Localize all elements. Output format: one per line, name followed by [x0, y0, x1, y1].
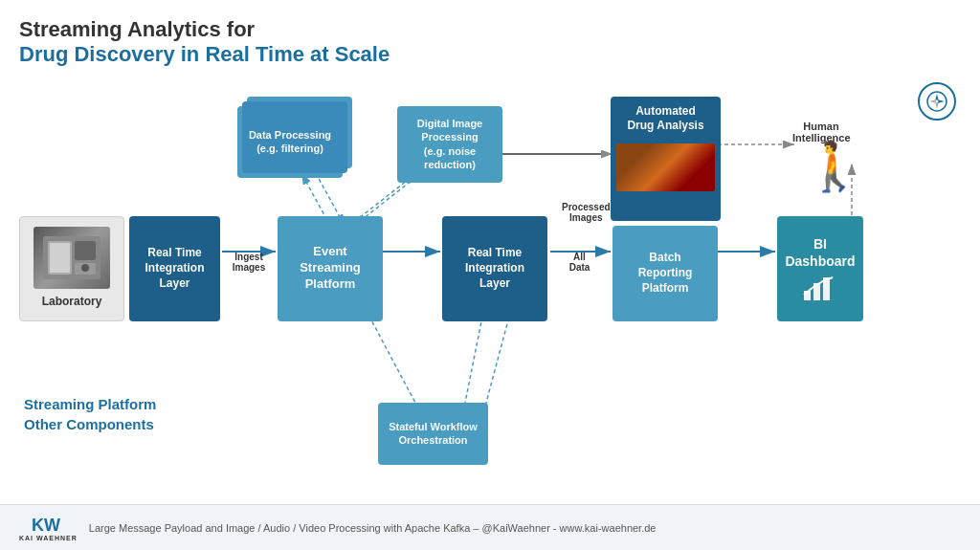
stateful-workflow-box: Stateful Workflow Orchestration: [378, 403, 488, 465]
svg-marker-22: [937, 99, 945, 103]
diagram-area: Data Processing (e.g. filtering) Digital…: [19, 77, 961, 498]
automated-drug-box: Automated Drug Analysis: [611, 97, 721, 221]
other-components-legend: Other Components: [24, 416, 156, 432]
digital-image-box: Digital Image Processing (e.g. noise red…: [397, 106, 502, 183]
footer-text: Large Message Payload and Image / Audio …: [89, 522, 657, 534]
title-line2: Drug Discovery in Real Time at Scale: [19, 42, 961, 67]
ingest-images-label: Ingest Images: [225, 252, 273, 273]
processed-images-label: Processed Images: [562, 202, 611, 223]
rtil2-box: Real Time Integration Layer: [442, 216, 547, 321]
logo: KW KAI WAEHNER: [19, 514, 78, 541]
laboratory-box: Laboratory: [19, 216, 124, 321]
compass-icon: [918, 82, 956, 121]
drug-image: [616, 143, 715, 191]
footer: KW KAI WAEHNER Large Message Payload and…: [0, 504, 980, 550]
svg-rect-25: [75, 241, 96, 260]
human-figure-icon: 🚶: [804, 143, 863, 190]
header: Streaming Analytics for Drug Discovery i…: [19, 17, 961, 68]
rtil1-box: Real Time Integration Layer: [129, 216, 220, 321]
main-container: Streaming Analytics for Drug Discovery i…: [0, 0, 980, 550]
svg-point-27: [81, 264, 89, 272]
svg-marker-21: [929, 99, 937, 103]
batch-reporting-box: Batch Reporting Platform: [612, 226, 718, 321]
streaming-platform-legend: Streaming Platform: [24, 396, 156, 412]
all-data-label: All Data: [553, 252, 606, 273]
event-streaming-box: Event Streaming Platform: [278, 216, 383, 321]
legend: Streaming Platform Other Components: [24, 396, 156, 436]
bi-dashboard-box: BI Dashboard: [777, 216, 863, 321]
svg-rect-28: [50, 243, 70, 273]
title-line1: Streaming Analytics for: [19, 17, 961, 42]
svg-text:KW: KW: [32, 516, 60, 535]
data-processing-box: Data Processing (e.g. filtering): [237, 106, 343, 178]
